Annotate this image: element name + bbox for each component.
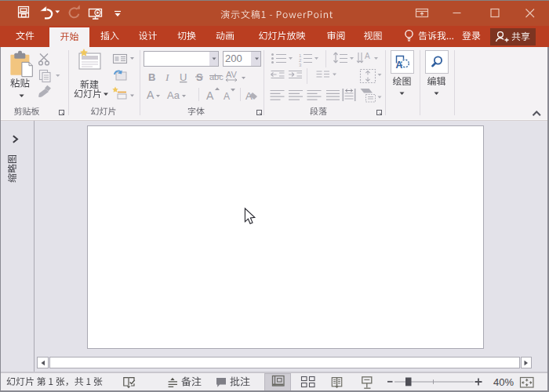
svg-text:abc: abc	[209, 72, 224, 82]
svg-text:A: A	[224, 91, 230, 102]
svg-text:40%: 40%	[493, 376, 514, 388]
svg-text:U: U	[180, 71, 187, 83]
svg-text:A: A	[206, 89, 214, 102]
svg-text:A: A	[147, 89, 155, 101]
svg-text:B: B	[148, 71, 155, 83]
svg-text:I: I	[165, 71, 170, 83]
svg-text:AV: AV	[226, 70, 238, 79]
svg-text:Aa: Aa	[167, 89, 180, 101]
svg-text:A: A	[365, 52, 370, 60]
svg-text:3: 3	[299, 63, 302, 67]
